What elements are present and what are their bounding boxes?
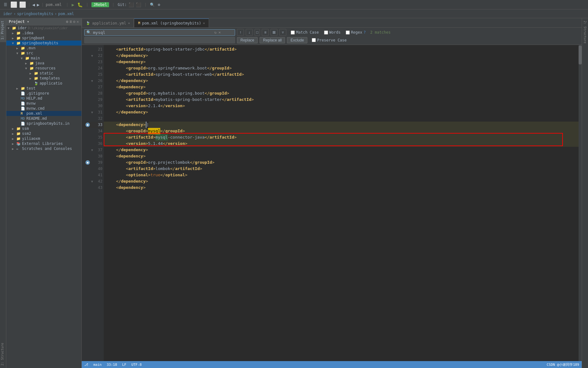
tree-item-application[interactable]: 🍃 applicatio [6,81,81,86]
status-bar: ⎇ main 33:18 LF UTF-8 CSDN @小谢同学189 [82,361,582,368]
folder-icon: 📁 [12,26,17,30]
watermark: CSDN @小谢同学189 [547,362,579,367]
regex-checkbox[interactable] [346,30,350,35]
code-editor[interactable]: 21 ▼ 22 23 24 [82,45,582,361]
locate-icon[interactable]: ⊕ [66,19,68,24]
tree-item-ider[interactable]: ▼ 📁 ider D:\zking\xuexinr\ider [6,25,81,30]
tree-item-gitignore[interactable]: 📄 .gitignore [6,91,81,96]
path-hint: D:\zking\xuexinr\ider [28,26,68,30]
find-input[interactable] [93,30,212,35]
tree-item-resources[interactable]: ▼ 📁 resources [6,66,81,71]
settings-icon-sidebar[interactable]: ⚙ [73,19,75,24]
tab-close-btn[interactable]: ✕ [128,21,130,25]
sidebar-icons: ⊕ ≡ ⚙ ✕ [66,19,79,24]
tree-item-static[interactable]: ▶ 📁 static [6,71,81,76]
preserve-case-checkbox[interactable] [312,38,316,42]
filter-btn[interactable]: ≡ [262,29,269,36]
replace-all-btn[interactable]: Replace all [260,37,285,43]
clear-find-icon[interactable]: ✕ [218,30,221,35]
vertical-scrollbar[interactable] [579,45,582,361]
tab-bar: 🍃 application.yml ✕ M pom.xml (springboo… [82,18,582,28]
tree-item-main[interactable]: ▼ 📁 main [6,56,81,61]
tree-item-springbootmybits[interactable]: ▼ 📁 springbootmybits [6,41,81,46]
expand-icon[interactable]: ≡ [69,19,72,24]
folder-icon: 📁 [21,51,26,55]
project-tab[interactable]: 1: Project [0,18,6,42]
filter3-btn[interactable]: ▿ [279,29,286,36]
preserve-case-label: Preserve Case [317,38,347,42]
gutter-35: 35 [82,134,104,140]
next-match-btn[interactable]: ↓ [246,29,253,36]
gutter-33: ● 33 [82,122,104,128]
settings-icon[interactable]: ⚙ [158,3,160,7]
tree-item-springbootin[interactable]: 📄 springbootmybits.in [6,121,81,126]
tree-item-scratches[interactable]: ▶ ✏️ Scratches and Consoles [6,146,81,151]
tab-label: application.yml [92,21,126,25]
tree-label: yiliaoxm [22,136,40,141]
filter2-btn[interactable]: ⊠ [271,29,278,36]
words-checkbox[interactable] [324,30,328,35]
code-line-41: <optional>true</optional> [104,172,579,178]
exclude-btn[interactable]: Exclude [287,37,307,43]
gutter-21: 21 [82,46,104,52]
code-line-32 [104,115,579,122]
project-name: pom.xml [46,3,62,7]
tree-label: java [35,61,44,65]
tree-label: applicatio [40,81,62,85]
structure-panel-tab[interactable]: 2: Structure [583,18,587,46]
code-line-40: <artifactId>lombok</artifactId> [104,166,579,172]
gutter-24: 24 [82,65,104,71]
md-icon: MD [21,96,26,101]
breadcrumb-ider[interactable]: ider [3,12,12,16]
match-case-checkbox[interactable] [291,30,295,35]
tree-item-templates[interactable]: ▶ 📁 templates [6,76,81,81]
find-input-wrap: 🔍 ↻ ✕ [84,29,235,36]
preserve-case-option[interactable]: Preserve Case [312,38,347,42]
file-icon: 📄 [21,91,26,96]
scrollbar-thumb[interactable] [579,46,582,64]
folder-icon: 📁 [21,46,26,50]
tree-label: .idea [22,31,33,35]
words-option[interactable]: Words [324,30,341,35]
tree-item-mvn[interactable]: ▶ 📁 .mvn [6,46,81,51]
tab-application-yml[interactable]: 🍃 application.yml ✕ [82,19,134,27]
regex-help-icon[interactable]: ? [364,30,366,35]
tree-label: main [31,56,40,60]
close-sidebar-icon[interactable]: ✕ [77,19,79,24]
tree-item-springboot[interactable]: ▶ 📁 springboot [6,36,81,41]
tree-item-ssm[interactable]: ▶ 📁 ssm [6,126,81,131]
tree-item-ssm2[interactable]: ▶ 📁 ssm2 [6,131,81,136]
tree-item-test[interactable]: ▶ 📁 test [6,86,81,91]
tree-item-java[interactable]: ▶ 📁 java [6,61,81,66]
tab-pom-xml[interactable]: M pom.xml (springbootmybits) ✕ [134,19,209,27]
structure-tab[interactable]: 2: Structure [0,340,6,368]
replace-btn[interactable]: Replace [237,37,258,43]
tree-item-mvnwcmd[interactable]: 📄 mvnw.cmd [6,106,81,111]
code-line-26: </dependency> [104,78,579,84]
wrap-around-btn[interactable]: □ [255,29,260,36]
code-line-42: </dependency> [104,178,579,184]
tree-item-external-libs[interactable]: ▶ 📚 External Libraries [6,141,81,146]
gutter-38: 38 [82,153,104,159]
refresh-icon[interactable]: ↻ [214,30,217,35]
breadcrumb-springbootmybits[interactable]: springbootmybits [17,12,53,16]
menu-btn[interactable]: ☰ [3,2,8,8]
match-case-option[interactable]: Match Case [291,30,319,35]
git-change-icon-33: ● [85,123,90,127]
regex-option[interactable]: Regex ? [346,30,366,35]
tree-item-idea[interactable]: ▶ 📁 .idea [6,30,81,36]
line-gutter-area: 21 ▼ 22 23 24 [82,45,104,361]
code-content[interactable]: <artifactId>spring-boot-starter-jdbc</ar… [104,45,579,361]
prev-match-btn[interactable]: ↑ [237,29,244,36]
tree-item-src[interactable]: ▼ 📁 src [6,51,81,56]
tree-item-yiliaoxm[interactable]: ▶ 📁 yiliaoxm [6,136,81,141]
tree-item-helpmd[interactable]: MD HELP.md [6,96,81,101]
tree-item-pomxml[interactable]: M pom.xml [6,111,81,116]
tab-close-btn[interactable]: ✕ [203,21,205,25]
tree-item-readmemd[interactable]: MD README.md [6,116,81,121]
file-icon: 📄 [21,102,26,106]
breadcrumb-pomxml[interactable]: pom.xml [58,12,74,16]
replace-input[interactable] [86,38,233,42]
tree-item-mvnw[interactable]: 📄 mvnw [6,101,81,106]
search-everywhere-icon[interactable]: 🔍 [150,3,155,7]
